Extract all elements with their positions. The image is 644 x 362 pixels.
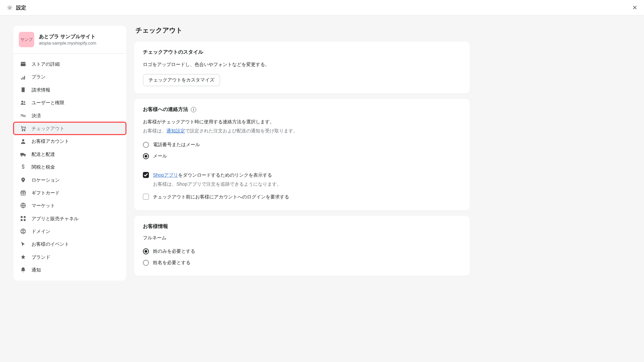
sidebar-item-label: ギフトカード xyxy=(32,189,60,196)
sidebar-item-2[interactable]: 請求情報 xyxy=(13,83,126,96)
shop-app-checkbox[interactable] xyxy=(143,172,149,178)
customize-checkout-button[interactable]: チェックアウトをカスタマイズ xyxy=(143,74,220,86)
sidebar-item-label: 関税と税金 xyxy=(32,163,55,171)
sidebar-item-label: ドメイン xyxy=(32,228,50,235)
radio-label: メール xyxy=(153,153,167,159)
customer-info-title: お客様情報 xyxy=(143,223,461,230)
radio-circle[interactable] xyxy=(143,142,149,148)
sidebar-item-label: プラン xyxy=(32,73,46,80)
sidebar-item-7[interactable]: 配送と配達 xyxy=(13,148,126,161)
radio-label: 電話番号またはメール xyxy=(153,142,200,148)
truck-icon xyxy=(20,151,26,157)
sidebar-item-8[interactable]: 関税と税金 xyxy=(13,161,126,173)
shop-app-link[interactable]: Shopアプリ xyxy=(153,172,178,178)
fullname-radio-0[interactable]: 姓のみを必要とする xyxy=(143,246,461,257)
sidebar-item-12[interactable]: アプリと販売チャネル xyxy=(13,212,126,225)
sidebar-item-label: 決済 xyxy=(32,112,41,119)
sidebar-item-9[interactable]: ロケーション xyxy=(13,174,126,186)
close-icon[interactable]: ✕ xyxy=(632,4,637,11)
apps-icon xyxy=(20,216,26,222)
sidebar-item-13[interactable]: ドメイン xyxy=(13,225,126,238)
sidebar-item-0[interactable]: ストアの詳細 xyxy=(13,58,126,70)
sidebar-item-label: 通知 xyxy=(32,266,41,274)
users-icon xyxy=(20,100,26,106)
fullname-radio-group: 姓のみを必要とする姓名を必要とする xyxy=(143,246,461,268)
fullname-radio-1[interactable]: 姓名を必要とする xyxy=(143,257,461,268)
radio-label: 姓のみを必要とする xyxy=(153,248,195,254)
contact-method-card: お客様への連絡方法 i お客様がチェックアウト時に使用する連絡方法を選択します。… xyxy=(134,99,470,210)
contact-desc1: お客様がチェックアウト時に使用する連絡方法を選択します。 xyxy=(143,118,461,125)
sidebar-item-14[interactable]: お客様のイベント xyxy=(13,238,126,250)
svg-point-2 xyxy=(23,101,25,103)
svg-rect-14 xyxy=(24,219,25,221)
store-info: あとプラ サンプルサイト atopla-sample.myshopify.com xyxy=(39,34,96,46)
sidebar-item-label: アプリと販売チャネル xyxy=(32,215,78,222)
svg-point-5 xyxy=(22,139,24,141)
radio-circle[interactable] xyxy=(143,153,149,159)
notification-settings-link[interactable]: 通知設定 xyxy=(166,128,185,133)
sidebar-item-10[interactable]: ギフトカード xyxy=(13,186,126,199)
svg-rect-11 xyxy=(21,216,22,218)
brand-icon xyxy=(20,254,26,260)
contact-method-title: お客様への連絡方法 i xyxy=(143,106,461,113)
fullname-label: フルネーム xyxy=(143,235,461,241)
shop-app-checkbox-row[interactable]: Shopアプリをダウンロードするためのリンクを表示する お客様は、Shopアプリ… xyxy=(143,169,461,190)
require-login-label: チェックアウト前にお客様にアカウントへのログインを要求する xyxy=(153,193,289,200)
sidebar-item-15[interactable]: ブランド xyxy=(13,251,126,263)
checkout-style-title: チェックアウトのスタイル xyxy=(143,49,461,55)
sidebar-item-label: お客様のイベント xyxy=(32,240,69,248)
require-login-checkbox[interactable] xyxy=(143,194,149,200)
globe-icon xyxy=(20,202,26,208)
sidebar-item-label: ストアの詳細 xyxy=(32,60,60,68)
sidebar-nav: ストアの詳細プラン請求情報ユーザーと権限決済チェックアウトお客様アカウント配送と… xyxy=(13,54,126,281)
store-avatar: サンプ xyxy=(19,32,34,47)
store-card[interactable]: サンプ あとプラ サンプルサイト atopla-sample.myshopify… xyxy=(13,26,126,54)
svg-point-7 xyxy=(24,155,25,157)
contact-radio-1[interactable]: メール xyxy=(143,150,461,162)
page-title: チェックアウト xyxy=(134,26,470,35)
svg-point-3 xyxy=(22,130,23,131)
contact-radio-0[interactable]: 電話番号またはメール xyxy=(143,139,461,150)
contact-desc2: お客様は、通知設定で設定された注文および配送の通知を受け取ります。 xyxy=(143,127,461,134)
checkout-style-card: チェックアウトのスタイル ロゴをアップロードし、色合いやフォントなどを変更する。… xyxy=(134,42,470,94)
sidebar-item-label: 請求情報 xyxy=(32,86,50,94)
contact-checkbox-group: Shopアプリをダウンロードするためのリンクを表示する お客様は、Shopアプリ… xyxy=(143,169,461,203)
contact-radio-group: 電話番号またはメールメール xyxy=(143,139,461,162)
sidebar-item-11[interactable]: マーケット xyxy=(13,199,126,212)
sidebar-item-label: チェックアウト xyxy=(32,125,64,132)
shop-app-sub: お客様は、Shopアプリで注文を追跡できるようになります。 xyxy=(153,180,281,188)
svg-point-0 xyxy=(9,7,10,8)
radio-circle[interactable] xyxy=(143,260,149,266)
svg-point-6 xyxy=(21,155,22,157)
cursor-icon xyxy=(20,241,26,247)
customer-info-card: お客様情報 フルネーム 姓のみを必要とする姓名を必要とする xyxy=(134,216,470,276)
sidebar-item-4[interactable]: 決済 xyxy=(13,109,126,122)
sidebar-item-6[interactable]: お客様アカウント xyxy=(13,135,126,147)
gift-icon xyxy=(20,190,26,196)
sidebar-item-1[interactable]: プラン xyxy=(13,70,126,83)
cart-icon xyxy=(20,125,26,131)
sidebar-item-5[interactable]: チェックアウト xyxy=(13,122,126,135)
plan-icon xyxy=(20,74,26,80)
sidebar-item-label: マーケット xyxy=(32,202,55,209)
info-icon[interactable]: i xyxy=(191,107,196,112)
sidebar-item-label: 配送と配達 xyxy=(32,150,55,158)
topbar-title: 設定 xyxy=(16,5,26,11)
radio-circle[interactable] xyxy=(143,248,149,254)
require-login-checkbox-row[interactable]: チェックアウト前にお客様にアカウントへのログインを要求する xyxy=(143,190,461,203)
domain-icon xyxy=(20,228,26,234)
bell-icon xyxy=(20,267,26,273)
sidebar: サンプ あとプラ サンプルサイト atopla-sample.myshopify… xyxy=(13,26,126,281)
sidebar-item-16[interactable]: 通知 xyxy=(13,263,126,276)
svg-rect-12 xyxy=(24,216,25,218)
sidebar-item-label: ユーザーと権限 xyxy=(32,99,64,106)
svg-point-1 xyxy=(21,101,23,103)
container: サンプ あとプラ サンプルサイト atopla-sample.myshopify… xyxy=(0,16,644,291)
pin-icon xyxy=(20,177,26,183)
store-icon xyxy=(20,61,26,67)
sidebar-item-3[interactable]: ユーザーと権限 xyxy=(13,96,126,109)
gear-icon xyxy=(7,5,13,11)
payment-icon xyxy=(20,113,26,119)
person-icon xyxy=(20,138,26,144)
sidebar-item-label: お客様アカウント xyxy=(32,137,69,145)
